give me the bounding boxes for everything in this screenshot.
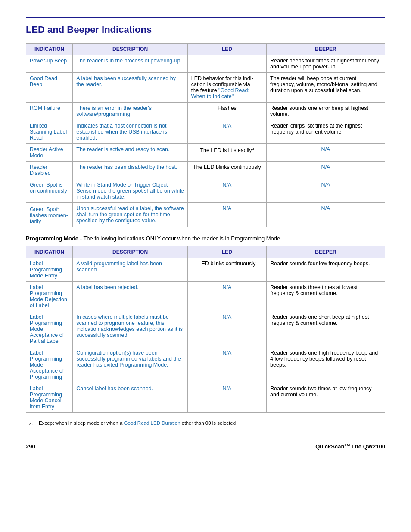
prog-row-led: LED blinks continuously (187, 258, 266, 282)
footnote: Except when in sleep mode or when a Good… (26, 420, 385, 426)
programming-mode-note: Programming Mode - The following indicat… (26, 235, 385, 242)
table-row-indication: Reader Disabled (26, 162, 73, 179)
table-row-led (187, 55, 266, 73)
prog-row-indication: Label Programming Mode Entry (26, 258, 73, 282)
prog-row-led: N/A (187, 311, 266, 347)
programming-table: INDICATIONDESCRIPTIONLEDBEEPERLabel Prog… (26, 246, 385, 413)
col-header-beeper: BEEPER (267, 44, 385, 55)
table-row-indication: ROM Failure (26, 103, 73, 120)
footnote-text: Except when in sleep mode or when a Good… (39, 420, 236, 426)
prog-col-header: DESCRIPTION (73, 246, 188, 258)
prog-row-description: A valid programming label has been scann… (73, 258, 188, 282)
prog-row-led: N/A (187, 282, 266, 311)
table-row-beeper: Reader beeps four times at highest frequ… (267, 55, 385, 73)
prog-row-description: Cancel label has been scanned. (73, 383, 188, 413)
table-row-indication: Power-up Beep (26, 55, 73, 73)
prog-row-beeper: Reader sounds four low frequency beeps. (267, 258, 385, 282)
prog-row-indication: Label Programming Mode Rejection of Labe… (26, 282, 73, 311)
prog-row-beeper: Reader sounds three times at lowest freq… (267, 282, 385, 311)
table-row-led: Flashes (187, 103, 266, 120)
table-row-led: The LED blinks continuously (187, 162, 266, 179)
table-row-description: Indicates that a host connection is not … (73, 120, 188, 144)
table-row-beeper: N/A (267, 179, 385, 203)
table-row-description: The reader is active and ready to scan. (73, 144, 188, 162)
table-row-indication: Reader Active Mode (26, 144, 73, 162)
prog-row-beeper: Reader sounds one high frequency beep an… (267, 347, 385, 383)
col-header-led: LED (187, 44, 266, 55)
table-row-led: LED behavior for this indi-cation is con… (187, 73, 266, 103)
prog-row-indication: Label Programming Mode Cancel Item Entry (26, 383, 73, 413)
table-row-beeper: N/A (267, 203, 385, 227)
prog-col-header: LED (187, 246, 266, 258)
table-row-led: The LED is lit steadilya (187, 144, 266, 162)
footer-page: 290 (26, 443, 35, 450)
prog-row-indication: Label Programming Mode Acceptance of Pro… (26, 347, 73, 383)
header-bar (26, 17, 385, 18)
footnote-link[interactable]: Good Read LED Duration (124, 420, 181, 426)
col-header-indication: INDICATION (26, 44, 73, 55)
prog-row-description: A label has been rejected. (73, 282, 188, 311)
table-row-indication: Green Spot is on continuously (26, 179, 73, 203)
prog-col-header: BEEPER (267, 246, 385, 258)
table-row-led: N/A (187, 120, 266, 144)
table-row-description: While in Stand Mode or Trigger Object Se… (73, 179, 188, 203)
main-table: INDICATION DESCRIPTION LED BEEPER Power-… (26, 43, 385, 227)
table-row-description: Upon successful read of a label, the sof… (73, 203, 188, 227)
table-row-led: N/A (187, 203, 266, 227)
table-row-indication: Good Read Beep (26, 73, 73, 103)
table-row-indication: Green Spotaflashes momen-tarily (26, 203, 73, 227)
prog-row-beeper: Reader sounds one short beep at highest … (267, 311, 385, 347)
page-title: LED and Beeper Indications (26, 24, 385, 35)
prog-row-description: Configuration option(s) have been succes… (73, 347, 188, 383)
table-row-description: The reader is in the process of powering… (73, 55, 188, 73)
footer-bar: 290 QuickScanTM Lite QW2100 (26, 439, 385, 450)
table-row-description: There is an error in the reader's softwa… (73, 103, 188, 120)
table-row-beeper: N/A (267, 144, 385, 162)
prog-row-led: N/A (187, 347, 266, 383)
table-row-indication: Limited Scanning Label Read (26, 120, 73, 144)
table-row-beeper: N/A (267, 162, 385, 179)
table-row-beeper: The reader will beep once at current fre… (267, 73, 385, 103)
table-row-description: The reader has been disabled by the host… (73, 162, 188, 179)
table-row-description: A label has been successfully scanned by… (73, 73, 188, 103)
table-row-led: N/A (187, 179, 266, 203)
col-header-description: DESCRIPTION (73, 44, 188, 55)
prog-col-header: INDICATION (26, 246, 73, 258)
table-row-beeper: Reader sounds one error beep at highest … (267, 103, 385, 120)
prog-row-beeper: Reader sounds two times at low frequency… (267, 383, 385, 413)
prog-row-led: N/A (187, 383, 266, 413)
table-row-beeper: Reader 'chirps' six times at the highest… (267, 120, 385, 144)
footer-product: QuickScanTM Lite QW2100 (315, 443, 385, 450)
prog-row-indication: Label Programming Mode Acceptance of Par… (26, 311, 73, 347)
prog-row-description: In cases where multiple labels must be s… (73, 311, 188, 347)
